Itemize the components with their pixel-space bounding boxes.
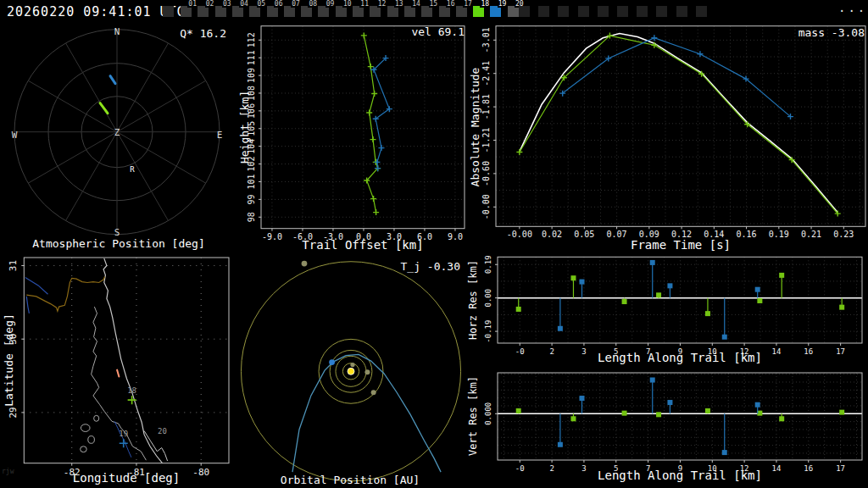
- svg-text:-0.00: -0.00: [481, 194, 491, 219]
- svg-text:16: 16: [804, 347, 813, 356]
- light_curve-frame: [496, 26, 865, 227]
- vert_res-frame: [498, 373, 862, 460]
- svg-text:31: 31: [8, 260, 19, 271]
- frame-tile-06[interactable]: 06: [267, 6, 278, 17]
- meteor-ground-track: [117, 370, 119, 377]
- frame-tile-18[interactable]: 18: [473, 6, 484, 17]
- frame-tile-blank: [578, 6, 589, 17]
- svg-text:2: 2: [549, 464, 554, 473]
- svg-text:0.000: 0.000: [484, 402, 492, 425]
- svg-text:-0.60: -0.60: [481, 161, 491, 186]
- frame-tile-blank: [676, 6, 687, 17]
- frame-tile-blank: [598, 6, 609, 17]
- frame-tile-02[interactable]: 02: [198, 6, 209, 17]
- frame-tile-13[interactable]: 13: [387, 6, 398, 17]
- svg-text:-1.81: -1.81: [481, 94, 491, 119]
- svg-text:0.21: 0.21: [801, 230, 821, 239]
- app-root: 20260220 09:41:01 UTC 010203040506070809…: [0, 0, 868, 488]
- svg-text:98: 98: [247, 212, 256, 222]
- station-label-20: 20: [158, 427, 167, 435]
- sun: [348, 368, 354, 374]
- svg-text:14: 14: [772, 464, 782, 473]
- frame-tile-blank-lead: [163, 6, 174, 17]
- velocity-badge: vel 69.1: [380, 25, 465, 38]
- residuals-panel: -02357910121416170.190.00-0.19-023579101…: [466, 252, 868, 488]
- station-18-lightcurve: [516, 33, 840, 217]
- svg-text:-0.00: -0.00: [507, 230, 532, 239]
- frame-tile-14[interactable]: 14: [404, 6, 415, 17]
- station-19-trail: [370, 55, 392, 171]
- svg-text:0.02: 0.02: [542, 230, 562, 239]
- trail-xlabel: Trail Offset [km]: [302, 238, 423, 252]
- svg-text:0.23: 0.23: [833, 230, 854, 239]
- frame-tile-19[interactable]: 19: [490, 6, 501, 17]
- overflow-ellipsis[interactable]: ...: [838, 1, 867, 14]
- frame-tile-blank: [696, 6, 707, 17]
- svg-text:109: 109: [247, 68, 256, 83]
- lake-0: [81, 424, 90, 432]
- river-north: [25, 277, 48, 294]
- svg-text:3: 3: [581, 347, 586, 356]
- frame-tile-03[interactable]: 03: [215, 6, 226, 17]
- magnitude-ylabel: Absolute Magnitude: [469, 68, 481, 187]
- svg-text:14: 14: [772, 347, 782, 356]
- frame-tile-05[interactable]: 05: [249, 6, 260, 17]
- frame-tile-12[interactable]: 12: [370, 6, 381, 17]
- svg-text:-0.19: -0.19: [484, 320, 492, 343]
- coastline: [103, 258, 162, 463]
- tisserand-badge: T_j -0.30: [376, 260, 460, 273]
- frame-tile-07[interactable]: 07: [284, 6, 295, 17]
- light-curve-plot: -0.000.020.050.070.090.120.140.160.190.2…: [466, 24, 868, 252]
- trail_offset-grid: [261, 26, 465, 229]
- frame-tile-blank: [617, 6, 628, 17]
- vert-res-xlabel: Length Along Trail [km]: [598, 469, 762, 482]
- trail-offset-plot: -9.0-6.0-3.00.03.06.09.09899101102104105…: [237, 24, 466, 252]
- frame-tile-01[interactable]: 01: [181, 6, 192, 17]
- horz-res-xlabel: Length Along Trail [km]: [598, 351, 762, 364]
- frame-tile-17[interactable]: 17: [456, 6, 467, 17]
- frame-tile-blank: [637, 6, 648, 17]
- trail-ylabel: Height [km]: [238, 91, 251, 164]
- river-west: [26, 297, 29, 313]
- frame-tile-04[interactable]: 04: [232, 6, 243, 17]
- frame-tile-blank: [519, 6, 530, 17]
- svg-text:99: 99: [247, 194, 256, 204]
- frame-tile-20[interactable]: 20: [508, 6, 519, 17]
- svg-text:16: 16: [804, 464, 813, 473]
- lake-3: [94, 415, 99, 421]
- atmospheric-position-plot: NESWZR: [0, 24, 237, 252]
- sky-title: Atmospheric Position [deg]: [32, 237, 205, 250]
- frame-tile-15[interactable]: 15: [421, 6, 432, 17]
- map-xlabel: Longitude [deg]: [73, 471, 180, 485]
- frame-tile-10[interactable]: 10: [336, 6, 347, 17]
- planet-mars: [371, 390, 376, 395]
- top-bar: 20260220 09:41:01 UTC 010203040506070809…: [0, 0, 868, 24]
- orbit-panel: T_j -0.30 Orbital Position [AU]: [237, 252, 466, 488]
- svg-text:-9.0: -9.0: [262, 232, 282, 241]
- svg-text:-0: -0: [515, 347, 525, 356]
- orbital-position-plot: [237, 252, 466, 488]
- horz-res-ylabel: Horz Res [km]: [467, 260, 479, 340]
- lake-2: [81, 446, 87, 452]
- qstar-badge: Q* 16.2: [127, 27, 226, 40]
- svg-text:0.07: 0.07: [607, 230, 627, 239]
- compass-e: E: [217, 130, 223, 141]
- trail-panel: -9.0-6.0-3.00.03.06.09.09899101102104105…: [237, 24, 466, 252]
- svg-text:-0: -0: [515, 464, 525, 473]
- planet-venus: [364, 369, 370, 374]
- svg-text:-3.01: -3.01: [481, 27, 491, 53]
- frame-tile-11[interactable]: 11: [353, 6, 364, 17]
- zenith-label: Z: [114, 127, 120, 138]
- svg-text:0.19: 0.19: [769, 230, 789, 239]
- planet-jupiter: [302, 261, 308, 267]
- frame-tile-08[interactable]: 08: [301, 6, 312, 17]
- streak-station-18: [100, 103, 108, 114]
- svg-text:111: 111: [247, 50, 256, 65]
- svg-text:17: 17: [836, 464, 845, 473]
- trail_offset-frame: [261, 26, 465, 229]
- frame-tile-09[interactable]: 09: [318, 6, 329, 17]
- radiant-marker: R: [130, 165, 135, 174]
- frame-tile-16[interactable]: 16: [439, 6, 450, 17]
- svg-text:0.16: 0.16: [737, 230, 757, 239]
- horz_res-grid: [498, 257, 862, 343]
